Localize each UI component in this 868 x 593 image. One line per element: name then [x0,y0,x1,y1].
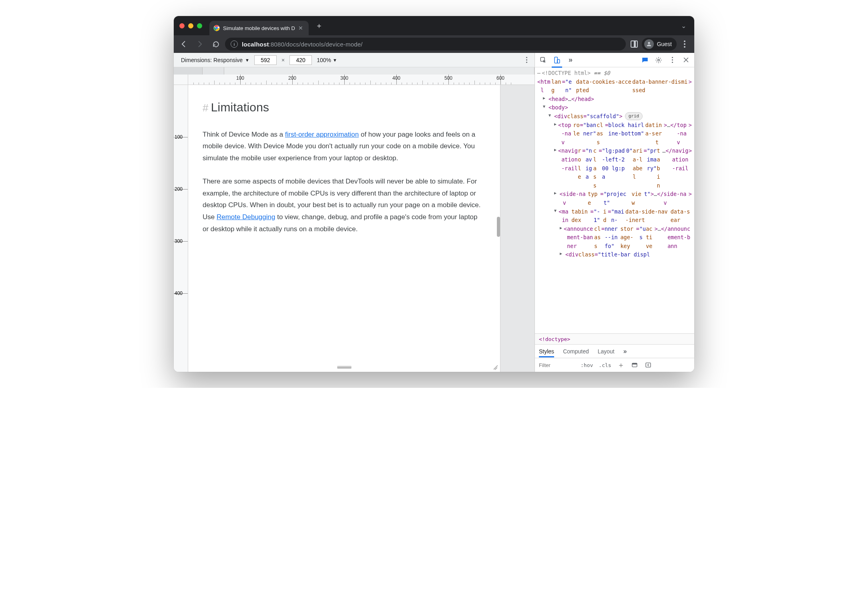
device-area: Dimensions: Responsive ▼ × 100% ▼ 100200… [174,53,535,372]
height-input[interactable] [289,55,312,65]
forward-button[interactable] [193,37,207,51]
paragraph: There are some aspects of mobile devices… [203,175,484,235]
tab-styles[interactable]: Styles [539,346,554,357]
browser-tab[interactable]: Simulate mobile devices with D ✕ [209,21,309,35]
side-panel-icon[interactable] [631,40,638,48]
page-content: #Limitations Think of Device Mode as a f… [188,85,500,258]
width-input[interactable] [254,55,277,65]
elements-tree[interactable]: ⋯<!DOCTYPE html> == $0 <html lang="en" d… [535,67,694,333]
tab-title: Simulate mobile devices with D [223,25,295,31]
more-tabs-button[interactable]: » [565,54,577,66]
devtools-toolbar: » [535,53,694,67]
hash-icon: # [203,102,209,114]
dimension-x: × [281,57,285,63]
breadcrumb[interactable]: <!doctype> [535,333,694,345]
window-close-button[interactable] [179,23,185,28]
filter-input[interactable] [539,362,575,368]
feedback-icon[interactable] [639,54,651,66]
address-bar: i localhost:8080/docs/devtools/device-mo… [174,35,694,53]
url-text: localhost:8080/docs/devtools/device-mode… [242,41,363,48]
profile-label: Guest [657,41,672,47]
inspect-element-button[interactable] [537,54,549,66]
resize-handle-corner[interactable] [493,364,498,369]
tab-close-icon[interactable]: ✕ [298,25,303,31]
site-info-icon[interactable]: i [231,40,238,48]
styles-tabbar: Styles Computed Layout » [535,345,694,358]
svg-rect-10 [646,363,651,367]
browser-menu-button[interactable] [681,40,689,48]
new-tab-button[interactable]: ＋ [313,20,325,31]
hov-toggle[interactable]: :hov [581,362,593,368]
paragraph: Think of Device Mode as a first-order ap… [203,129,484,164]
computed-styles-icon[interactable] [631,361,639,369]
tab-computed[interactable]: Computed [563,346,589,357]
ruler-vertical[interactable]: 100200300400 [174,85,188,372]
viewport-area: 100200300400500600 100200300400 #Limitat… [174,75,534,372]
profile-chip[interactable]: Guest [642,38,677,50]
chevron-down-icon: ▼ [245,58,249,63]
avatar-icon [644,39,654,49]
browser-window: Simulate mobile devices with D ✕ ＋ ⌄ i l… [174,16,694,372]
page-heading: #Limitations [203,97,484,118]
back-button[interactable] [177,37,191,51]
omnibox[interactable]: i localhost:8080/docs/devtools/device-mo… [225,38,626,50]
tab-search-icon[interactable]: ⌄ [681,22,686,30]
toggle-sidebar-icon[interactable] [644,361,652,369]
titlebar: Simulate mobile devices with D ✕ ＋ ⌄ [174,16,694,35]
cls-toggle[interactable]: .cls [599,362,611,368]
close-devtools-button[interactable] [680,54,692,66]
more-tabs-button[interactable]: » [623,345,627,357]
device-toolbar: Dimensions: Responsive ▼ × 100% ▼ [174,53,534,67]
svg-point-7 [658,59,660,61]
chrome-favicon-icon [213,25,220,31]
resize-handle-horizontal[interactable] [337,367,352,369]
devtools-menu-button[interactable] [666,54,678,66]
styles-filter-bar: :hov .cls ＋ [535,358,694,372]
device-toolbar-menu[interactable] [526,57,527,63]
svg-point-3 [648,42,650,44]
media-query-bar[interactable] [174,67,534,75]
reload-button[interactable] [209,37,223,51]
simulated-viewport[interactable]: #Limitations Think of Device Mode as a f… [188,85,500,372]
svg-rect-9 [632,363,637,364]
workarea: Dimensions: Responsive ▼ × 100% ▼ 100200… [174,53,694,372]
svg-point-2 [216,27,218,29]
chevron-down-icon: ▼ [333,58,337,63]
zoom-dropdown[interactable]: 100% ▼ [317,57,337,63]
settings-icon[interactable] [653,54,665,66]
traffic-lights [179,23,202,28]
new-style-rule-icon[interactable]: ＋ [617,361,625,369]
link-remote-debugging[interactable]: Remote Debugging [217,213,275,221]
window-minimize-button[interactable] [188,23,193,28]
link-first-order[interactable]: first-order approximation [285,131,359,138]
window-zoom-button[interactable] [197,23,202,28]
ruler-horizontal[interactable]: 100200300400500600 [188,75,534,85]
devtools-panel: » ⋯<!DOCTYPE html> == $0 <html lang="en"… [535,53,694,372]
scrollbar-thumb[interactable] [497,217,500,237]
toggle-device-toolbar-button[interactable] [551,54,563,66]
ruler-corner [174,75,188,85]
tab-layout[interactable]: Layout [598,346,615,357]
dimensions-dropdown[interactable]: Dimensions: Responsive ▼ [181,57,249,63]
